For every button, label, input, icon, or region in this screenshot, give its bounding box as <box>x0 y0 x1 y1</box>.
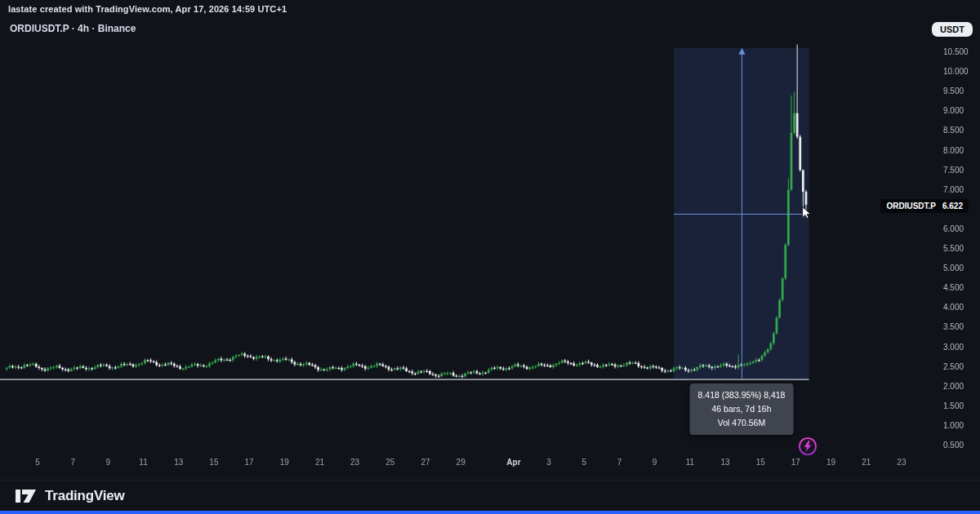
price-tick: 4.500 <box>943 283 964 292</box>
measure-volume-line: Vol 470.56M <box>698 416 786 430</box>
chart-title: ORDIUSDT.P · 4h · Binance <box>10 23 136 34</box>
price-tick: 10.500 <box>943 47 969 56</box>
time-tick: 5 <box>582 458 587 467</box>
time-tick: 17 <box>791 458 800 467</box>
time-tick: 27 <box>421 458 430 467</box>
last-price-value: 6.622 <box>942 202 963 210</box>
measure-bars-line: 46 bars, 7d 16h <box>698 402 786 416</box>
time-tick: 25 <box>385 458 394 467</box>
price-tick: 9.000 <box>943 106 964 115</box>
candlestick-chart-canvas[interactable] <box>0 0 980 480</box>
tradingview-logo-icon <box>15 485 38 507</box>
time-tick: 11 <box>686 458 694 467</box>
mouse-cursor-icon <box>801 206 813 223</box>
footer: TradingView <box>0 480 980 511</box>
tradingview-snapshot: lastate created with TradingView.com, Ap… <box>0 0 980 514</box>
time-tick: 15 <box>209 458 218 467</box>
time-tick: 23 <box>897 458 906 467</box>
time-tick: 7 <box>617 458 622 467</box>
time-tick: 9 <box>653 458 657 467</box>
price-tick: 2.500 <box>943 362 964 371</box>
time-tick: 15 <box>756 458 765 467</box>
time-tick: 13 <box>174 458 183 467</box>
time-tick: 5 <box>35 458 40 467</box>
time-tick: 19 <box>826 458 835 467</box>
price-tick: 5.500 <box>943 244 964 253</box>
time-tick: 11 <box>139 458 147 467</box>
last-price-label: ORDIUSDT.P 6.622 <box>880 199 969 213</box>
time-tick: Apr <box>506 458 520 467</box>
price-tick: 6.000 <box>943 224 964 233</box>
price-tick: 1.000 <box>943 421 964 430</box>
time-axis[interactable]: 57911131517192123252729Apr35791113151719… <box>0 458 938 474</box>
time-tick: 7 <box>70 458 75 467</box>
time-tick: 21 <box>862 458 871 467</box>
price-tick: 2.000 <box>943 382 964 391</box>
price-tick: 3.500 <box>943 322 964 331</box>
price-tick: 5.000 <box>943 264 964 273</box>
price-tick: 1.500 <box>943 401 964 410</box>
price-tick: 8.500 <box>943 126 964 135</box>
attribution-text: lastate created with TradingView.com, Ap… <box>8 4 287 14</box>
time-tick: 3 <box>546 458 551 467</box>
price-axis[interactable]: 10.50010.0009.5009.0008.5008.0007.5007.0… <box>938 0 980 480</box>
time-tick: 23 <box>350 458 359 467</box>
price-tick: 7.000 <box>943 185 964 194</box>
measure-change-line: 8.418 (383.95%) 8,418 <box>698 388 786 402</box>
time-tick: 19 <box>280 458 289 467</box>
price-tick: 3.000 <box>943 343 964 352</box>
time-tick: 29 <box>457 458 466 467</box>
lightning-icon <box>798 436 817 456</box>
price-tick: 8.000 <box>943 146 964 155</box>
price-tick: 9.500 <box>943 86 964 95</box>
price-tick: 10.000 <box>943 67 969 76</box>
brand-name: TradingView <box>45 488 125 504</box>
bottom-accent-bar <box>0 511 980 514</box>
time-tick: 13 <box>720 458 729 467</box>
measure-tool-label[interactable]: 8.418 (383.95%) 8,418 46 bars, 7d 16h Vo… <box>690 383 794 435</box>
price-tick: 0.500 <box>943 441 964 450</box>
spark-button[interactable] <box>798 436 817 456</box>
price-tick: 4.000 <box>943 303 964 312</box>
price-tick: 7.500 <box>943 166 964 175</box>
time-tick: 21 <box>315 458 324 467</box>
time-tick: 17 <box>245 458 254 467</box>
last-price-symbol: ORDIUSDT.P <box>886 202 936 210</box>
time-tick: 9 <box>106 458 111 467</box>
